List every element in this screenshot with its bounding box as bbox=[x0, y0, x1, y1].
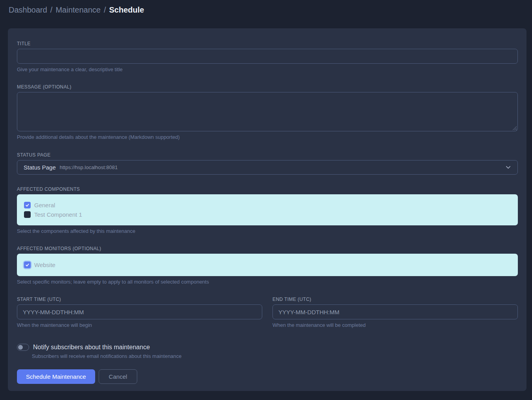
component-option-label: General bbox=[34, 202, 55, 208]
message-helper: Provide additional details about the mai… bbox=[17, 134, 518, 140]
end-time-input[interactable] bbox=[272, 304, 518, 319]
title-helper: Give your maintenance a clear, descripti… bbox=[17, 66, 518, 72]
affected-monitors-helper: Select specific monitors; leave empty to… bbox=[17, 279, 518, 285]
checkbox-icon[interactable] bbox=[24, 211, 31, 218]
start-time-input[interactable] bbox=[17, 304, 262, 319]
affected-monitors-field: AFFECTED MONITORS (OPTIONAL) Website Sel… bbox=[17, 246, 518, 285]
top-bar: Dashboard / Maintenance / Schedule bbox=[0, 0, 532, 20]
checkbox-icon[interactable] bbox=[24, 262, 31, 268]
breadcrumb: Dashboard / Maintenance / Schedule bbox=[9, 6, 144, 15]
affected-components-label: AFFECTED COMPONENTS bbox=[17, 186, 518, 192]
message-field: MESSAGE (OPTIONAL) Provide additional de… bbox=[17, 84, 518, 140]
title-input[interactable] bbox=[17, 49, 518, 64]
monitor-option-website[interactable]: Website bbox=[24, 261, 511, 269]
status-page-selected-url: https://hsp.localhost:8081 bbox=[60, 164, 118, 170]
notify-toggle-row: Notify subscribers about this maintenanc… bbox=[17, 344, 518, 351]
message-label: MESSAGE (OPTIONAL) bbox=[17, 84, 518, 90]
title-label: TITLE bbox=[17, 41, 518, 46]
component-option-test-component-1[interactable]: Test Component 1 bbox=[24, 210, 511, 219]
message-textarea[interactable] bbox=[17, 92, 518, 131]
breadcrumb-separator: / bbox=[50, 6, 53, 15]
monitor-option-label: Website bbox=[34, 262, 55, 268]
chevron-down-icon[interactable] bbox=[505, 164, 511, 170]
checkbox-icon[interactable] bbox=[24, 202, 31, 208]
cancel-button[interactable]: Cancel bbox=[99, 369, 138, 384]
time-range-section: START TIME (UTC) When the maintenance wi… bbox=[17, 297, 518, 328]
schedule-maintenance-button[interactable]: Schedule Maintenance bbox=[17, 369, 95, 384]
toggle-knob[interactable] bbox=[18, 345, 23, 350]
title-field: TITLE Give your maintenance a clear, des… bbox=[17, 41, 518, 72]
start-time-helper: When the maintenance will begin bbox=[17, 322, 262, 328]
end-time-helper: When the maintenance will be completed bbox=[272, 322, 518, 328]
notify-toggle-helper: Subscribers will receive email notificat… bbox=[17, 353, 518, 359]
start-time-field: START TIME (UTC) When the maintenance wi… bbox=[17, 297, 262, 328]
status-page-label: STATUS PAGE bbox=[17, 152, 518, 158]
schedule-maintenance-form-card: TITLE Give your maintenance a clear, des… bbox=[8, 28, 526, 391]
component-option-general[interactable]: General bbox=[24, 201, 511, 209]
affected-monitors-list: Website bbox=[17, 254, 518, 276]
notify-subscribers-toggle[interactable] bbox=[17, 344, 29, 351]
affected-components-list: General Test Component 1 bbox=[17, 194, 518, 225]
affected-components-field: AFFECTED COMPONENTS General Test Compone… bbox=[17, 186, 518, 234]
end-time-field: END TIME (UTC) When the maintenance will… bbox=[272, 297, 518, 328]
start-time-label: START TIME (UTC) bbox=[17, 297, 262, 302]
status-page-select[interactable]: Status Page https://hsp.localhost:8081 bbox=[17, 160, 518, 175]
component-option-label: Test Component 1 bbox=[34, 211, 82, 218]
affected-components-helper: Select the components affected by this m… bbox=[17, 228, 518, 234]
breadcrumb-dashboard[interactable]: Dashboard bbox=[9, 6, 47, 15]
breadcrumb-maintenance[interactable]: Maintenance bbox=[55, 6, 101, 15]
form-actions: Schedule Maintenance Cancel bbox=[17, 369, 518, 384]
status-page-field: STATUS PAGE Status Page https://hsp.loca… bbox=[17, 152, 518, 175]
breadcrumb-schedule-current: Schedule bbox=[109, 6, 144, 15]
status-page-selected-name: Status Page bbox=[24, 164, 56, 171]
end-time-label: END TIME (UTC) bbox=[272, 297, 518, 302]
breadcrumb-separator: / bbox=[104, 6, 106, 15]
notify-toggle-label: Notify subscribers about this maintenanc… bbox=[33, 344, 150, 351]
affected-monitors-label: AFFECTED MONITORS (OPTIONAL) bbox=[17, 246, 518, 251]
